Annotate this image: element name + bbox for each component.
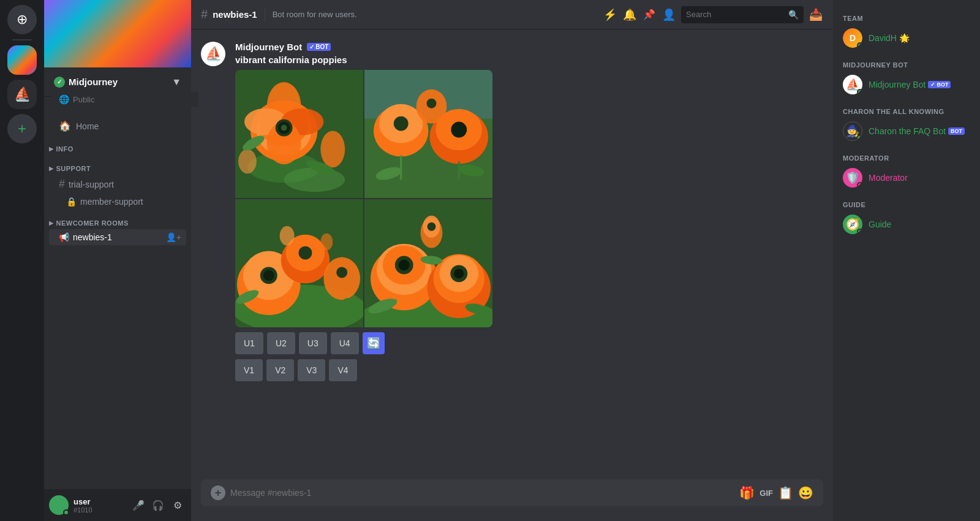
search-placeholder: Search: [686, 10, 786, 19]
svg-point-36: [263, 270, 274, 281]
svg-point-42: [280, 226, 295, 246]
gift-icon[interactable]: 🎁: [739, 485, 755, 500]
user-panel: user #1010 🎤 🎧 ⚙: [44, 489, 191, 521]
mjbot-status-dot: [857, 89, 862, 94]
moderator-section-header: MODERATOR: [838, 150, 975, 164]
home-nav-item[interactable]: 🏠 Home: [49, 116, 186, 135]
header-divider: [265, 7, 265, 22]
home-icon: 🏠: [59, 120, 71, 132]
guide-member[interactable]: 🧭 Guide: [838, 211, 975, 238]
search-bar[interactable]: Search 🔍: [681, 6, 804, 23]
settings-button[interactable]: ⚙: [169, 496, 186, 514]
server-name-text: Midjourney: [69, 77, 118, 87]
svg-point-26: [427, 99, 437, 108]
category-arrow-icon: ▶: [49, 146, 54, 152]
category-newcomer-rooms[interactable]: ▶ NEWCOMER ROOMS: [44, 210, 191, 229]
server-list: ⊕ ⛵ +: [0, 0, 44, 521]
channel-list: 🏠 Home ▶ INFO ▶ SUPPORT # trial-support …: [44, 112, 191, 489]
inbox-icon[interactable]: 📥: [809, 7, 823, 22]
channel-topic: Bot room for new users.: [273, 10, 357, 19]
main-chat: # newbies-1 Bot room for new users. ⚡ 🔔 …: [191, 0, 833, 521]
channel-member-support[interactable]: 🔒 member-support: [49, 194, 186, 210]
discord-logo-icon: ⊕: [17, 12, 28, 28]
action-buttons-row2: V1 V2 V3 V4: [235, 359, 823, 381]
user-tag: #1010: [74, 506, 125, 514]
mjbot-avatar: ⛵: [843, 75, 862, 94]
category-info[interactable]: ▶ INFO: [44, 135, 191, 155]
team-member-davidh[interactable]: D DavidH 🌟: [838, 25, 975, 51]
davidh-name: DavidH 🌟: [869, 33, 910, 43]
channel-newbies-1[interactable]: 📢 newbies-1 👤+: [49, 229, 186, 245]
home-label: Home: [76, 121, 99, 131]
mjbot-name: Midjourney Bot: [869, 80, 925, 89]
thread-icon[interactable]: ⚡: [603, 7, 617, 22]
moderator-member[interactable]: 🛡️ Moderator: [838, 164, 975, 191]
members-icon[interactable]: 👤: [662, 7, 676, 22]
moderator-status-dot: [857, 182, 862, 188]
gif-icon[interactable]: GIF: [760, 489, 773, 498]
deafen-button[interactable]: 🎧: [149, 496, 167, 514]
channel-name-newbies: newbies-1: [73, 232, 112, 242]
username: user: [74, 497, 125, 506]
team-section-header: TEAM: [838, 10, 975, 25]
davidh-avatar: D: [843, 28, 862, 48]
v3-button[interactable]: V3: [298, 359, 325, 381]
emoji-icon[interactable]: 😀: [798, 485, 813, 500]
guide-section-header: GUIDE: [838, 196, 975, 211]
davidh-status-dot: [857, 42, 862, 48]
message-input[interactable]: [230, 488, 734, 498]
header-actions: ⚡ 🔔 📌 👤 Search 🔍 📥: [603, 6, 823, 23]
svg-point-39: [299, 246, 312, 260]
server-divider: [12, 39, 32, 40]
channel-name: trial-support: [69, 180, 114, 189]
svg-point-13: [320, 131, 345, 168]
midjourney-bot-section-header: MIDJOURNEY BOT: [838, 56, 975, 71]
image-grid: [235, 70, 492, 327]
moderator-name: Moderator: [869, 173, 908, 183]
add-server-button[interactable]: +: [7, 114, 37, 143]
dropdown-arrow-icon: ▼: [172, 77, 181, 88]
user-info: user #1010: [74, 497, 125, 514]
bot-badge: ✓ BOT: [307, 43, 331, 51]
sticker-icon[interactable]: 📋: [778, 485, 793, 500]
charon-bot-member[interactable]: 🧙 Charon the FAQ Bot BOT: [838, 118, 975, 145]
channel-trial-support[interactable]: # trial-support: [49, 175, 186, 194]
notification-icon[interactable]: 🔔: [622, 7, 637, 22]
grid-cell-4: [364, 199, 492, 327]
u1-button[interactable]: U1: [235, 332, 263, 354]
server-name: ✓ Midjourney: [54, 77, 118, 88]
guide-avatar: 🧭: [843, 215, 862, 234]
discord-home-icon[interactable]: ⊕: [7, 5, 37, 34]
u2-button[interactable]: U2: [267, 332, 295, 354]
category-newcomer-label: NEWCOMER ROOMS: [56, 219, 129, 227]
action-buttons-row1: U1 U2 U3 U4 🔄: [235, 332, 823, 354]
grid-cell-3: [235, 199, 363, 327]
svg-point-40: [323, 257, 360, 300]
server-banner: [44, 0, 191, 67]
svg-point-60: [428, 222, 436, 231]
svg-point-12: [281, 125, 287, 131]
svg-point-2: [284, 167, 345, 192]
pin-icon[interactable]: 📌: [642, 7, 657, 22]
add-attachment-button[interactable]: +: [211, 485, 225, 500]
v1-button[interactable]: V1: [235, 359, 263, 381]
midjourney-bot-member[interactable]: ⛵ Midjourney Bot ✓ BOT: [838, 71, 975, 98]
charon-name: Charon the FAQ Bot: [869, 126, 946, 136]
moderator-avatar: 🛡️: [843, 168, 862, 188]
v4-button[interactable]: V4: [329, 359, 356, 381]
v2-button[interactable]: V2: [266, 359, 294, 381]
bot-avatar: ⛵: [201, 42, 225, 66]
charon-section-header: CHARON THE ALL KNOWING: [838, 103, 975, 118]
channel-sidebar: ✓ Midjourney ▼ 🌐 Public 🏠 Home ▶ INFO ▶ …: [44, 0, 191, 521]
svg-point-52: [399, 260, 410, 271]
boat-server-icon[interactable]: ⛵: [7, 80, 37, 109]
message-input-box: + 🎁 GIF 📋 😀: [201, 479, 823, 506]
public-label: Public: [73, 95, 94, 104]
midjourney-server-icon[interactable]: [7, 45, 37, 75]
category-support[interactable]: ▶ SUPPORT: [44, 155, 191, 175]
davidh-emoji: 🌟: [899, 33, 910, 43]
u3-button[interactable]: U3: [299, 332, 327, 354]
mute-button[interactable]: 🎤: [130, 496, 147, 514]
u4-button[interactable]: U4: [331, 332, 359, 354]
refresh-button[interactable]: 🔄: [363, 332, 385, 354]
